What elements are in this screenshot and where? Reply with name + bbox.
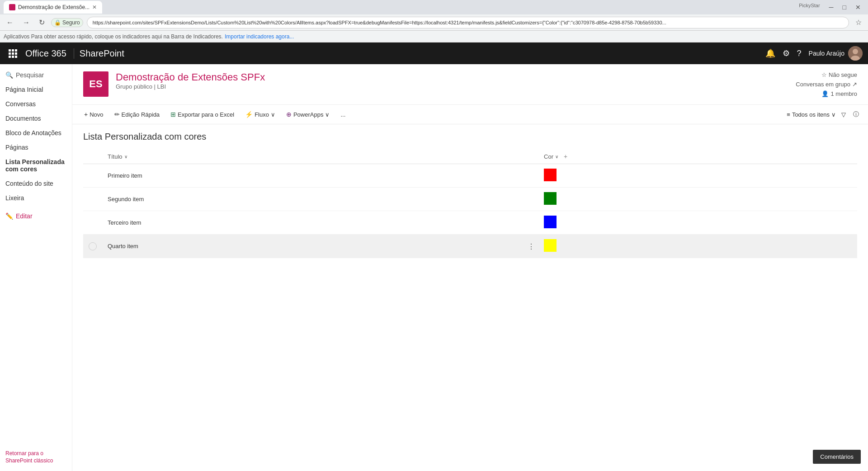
sidebar-item-pages[interactable]: Páginas [0,140,72,155]
view-list-icon: ≡ [787,111,790,118]
view-selector[interactable]: ≡ Todos os itens ∨ [787,111,836,118]
row-color [538,235,857,258]
row-checkbox-cell [83,235,102,258]
user-name: Paulo Araújo [809,50,844,57]
color-swatch [544,216,557,228]
th-title[interactable]: Título ∨ [102,149,538,164]
browser-address-bar: ← → ↻ 🔒 Seguro ☆ [0,14,868,31]
row-color [538,164,857,188]
sidebar: 🔍 Pesquisar Página Inicial Conversas Doc… [0,64,72,471]
row-checkbox-cell [83,211,102,235]
row-title[interactable]: Segundo item [102,188,538,211]
list-title: Lista Personalizada com cores [83,132,857,142]
o365-brand[interactable]: Office 365 [25,48,66,59]
site-meta-lbi: LBI [157,83,166,90]
close-button[interactable]: ✕ [852,3,864,12]
powerapps-icon: ⊕ [286,111,292,118]
sidebar-item-custom-list[interactable]: Lista Personalizada com cores [0,155,72,176]
table-row: Quarto item⋮ [83,235,857,258]
bookmark-bar: Aplicativos Para obter acesso rápido, co… [0,31,868,42]
color-swatch [544,169,557,181]
filter-button[interactable]: ▽ [840,109,848,120]
sidebar-search[interactable]: 🔍 Pesquisar [0,68,72,82]
row-checkbox[interactable] [89,242,97,250]
back-button[interactable]: ← [4,18,16,28]
group-conversations-button[interactable]: Conversas em grupo ↗ [796,81,857,88]
row-color [538,211,857,235]
site-meta-public: Grupo público [116,83,152,90]
browser-tab-bar: Demonstração de Extensõe... ✕ PickyStar … [0,0,868,14]
more-button[interactable]: ... [336,109,350,120]
site-header-info: Demostração de Extensões SPFx Grupo públ… [116,71,788,90]
bookmark-icon[interactable]: ☆ [853,17,864,28]
info-button[interactable]: ⓘ [851,108,861,120]
tab-title: Demonstração de Extensõe... [18,4,90,10]
sharepoint-brand[interactable]: SharePoint [74,48,124,59]
plus-icon: + [84,111,88,118]
site-header-actions: ☆ Não segue Conversas em grupo ↗ 👤 1 mem… [796,71,857,97]
row-actions-icon[interactable]: ⋮ [528,242,535,250]
sidebar-item-trash[interactable]: Lixeira [0,191,72,205]
address-bar-input[interactable] [87,17,849,28]
table-row: Terceiro item [83,211,857,235]
waffle-button[interactable] [5,46,20,61]
table-row: Primeiro item [83,164,857,188]
row-title[interactable]: Quarto item⋮ [102,235,538,258]
quick-edit-button[interactable]: ✏ Edição Rápida [110,109,165,120]
lock-icon: 🔒 [54,19,61,26]
settings-button[interactable]: ⚙ [783,48,790,58]
import-link[interactable]: Importar indicadores agora... [225,33,294,40]
forward-button[interactable]: → [20,18,33,28]
new-button[interactable]: + Novo [80,109,108,120]
external-link-icon: ↗ [852,81,857,88]
comments-button[interactable]: Comentários [813,450,861,464]
th-color[interactable]: Cor ∨ + [538,149,857,164]
minimize-button[interactable]: ─ [826,3,837,12]
window-controls: PickyStar ─ □ ✕ [799,3,864,12]
pencil-icon: ✏ [114,111,120,118]
sidebar-item-conversations[interactable]: Conversas [0,97,72,111]
waffle-icon [9,49,17,58]
sidebar-item-home[interactable]: Página Inicial [0,82,72,97]
powerapps-button[interactable]: ⊕ PowerApps ∨ [282,109,334,120]
browser-tab[interactable]: Demonstração de Extensõe... ✕ [4,1,102,14]
view-chevron-icon: ∨ [831,111,836,118]
sidebar-item-documents[interactable]: Documentos [0,111,72,126]
list-table: Título ∨ Cor ∨ + [83,149,857,258]
row-title[interactable]: Terceiro item [102,211,538,235]
classic-sharepoint-link[interactable]: Retornar para o SharePoint clássico [5,450,53,464]
color-swatch [544,239,557,252]
th-checkbox [83,149,102,164]
main-layout: 🔍 Pesquisar Página Inicial Conversas Doc… [0,64,868,471]
refresh-button[interactable]: ↻ [36,17,47,28]
user-menu[interactable]: Paulo Araújo [809,46,863,61]
row-color [538,188,857,211]
members-button[interactable]: 👤 1 membro [821,90,857,97]
site-header: ES Demostração de Extensões SPFx Grupo p… [72,64,868,105]
table-header: Título ∨ Cor ∨ + [83,149,857,164]
export-excel-button[interactable]: ⊞ Exportar para o Excel [166,109,239,120]
site-title: Demostração de Extensões SPFx [116,71,788,83]
edit-label: Editar [16,212,33,220]
browser-chrome: Demonstração de Extensõe... ✕ PickyStar … [0,0,868,42]
search-icon: 🔍 [5,71,13,79]
sidebar-edit-button[interactable]: ✏️ Editar [0,209,72,223]
maximize-button[interactable]: □ [839,3,850,12]
table-row: Segundo item [83,188,857,211]
sidebar-bottom: Retornar para o SharePoint clássico [0,446,72,467]
flow-button[interactable]: ⚡ Fluxo ∨ [241,109,280,120]
list-body: Primeiro itemSegundo itemTerceiro itemQu… [83,164,857,258]
tab-close-icon[interactable]: ✕ [92,4,97,10]
follow-button[interactable]: ☆ Não segue [821,71,857,78]
star-icon: ☆ [821,71,827,78]
row-title[interactable]: Primeiro item [102,164,538,188]
sidebar-item-site-content[interactable]: Conteúdo do site [0,176,72,191]
conversation-label: Conversas em grupo [796,81,850,88]
powerapps-chevron-icon: ∨ [325,111,330,118]
help-button[interactable]: ? [797,49,802,58]
members-count: 1 membro [830,90,857,97]
search-label: Pesquisar [16,71,44,79]
add-column-icon[interactable]: + [564,153,567,160]
sidebar-item-notebook[interactable]: Bloco de Anotações [0,126,72,140]
notification-button[interactable]: 🔔 [765,48,775,58]
